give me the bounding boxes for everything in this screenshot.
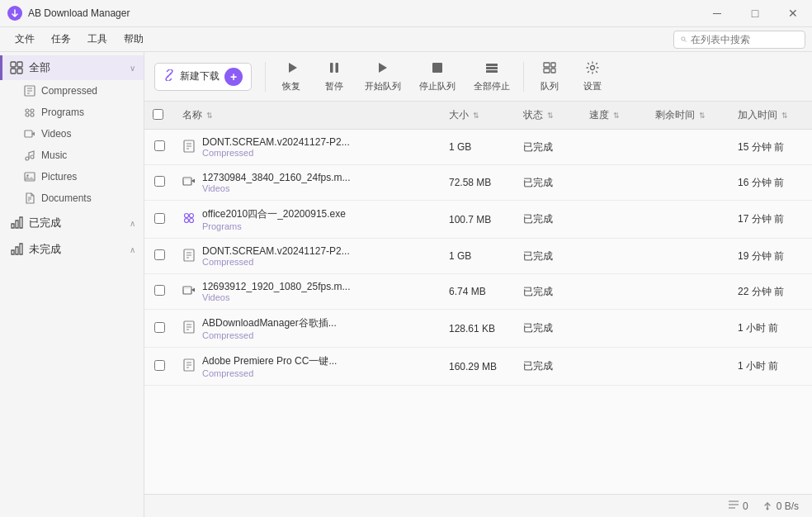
file-name: 12730984_3840_2160_24fps.m... (202, 172, 351, 183)
svg-rect-15 (25, 130, 32, 137)
sidebar-incomplete-label: 未完成 (29, 242, 130, 257)
app-title: AB Download Manager (28, 7, 130, 19)
row-speed (581, 201, 647, 239)
maximize-button[interactable]: □ (736, 0, 774, 27)
sidebar-item-videos[interactable]: Videos (0, 123, 144, 145)
stop-all-label: 全部停止 (474, 80, 510, 92)
menu-task[interactable]: 任务 (43, 29, 79, 50)
search-input[interactable] (691, 34, 798, 45)
header-added[interactable]: 加入时间 ⇅ (729, 102, 812, 130)
select-all-checkbox[interactable] (153, 109, 163, 120)
header-status[interactable]: 状态 ⇅ (515, 102, 581, 130)
sidebar-incomplete-header[interactable]: 未完成 ∧ (0, 237, 144, 262)
start-queue-button[interactable]: 开始队列 (356, 56, 409, 97)
sidebar-videos-label: Videos (41, 128, 71, 140)
app-icon (7, 5, 23, 21)
svg-rect-6 (17, 69, 22, 74)
restore-button[interactable]: 恢复 (271, 56, 312, 97)
link-icon (163, 69, 175, 83)
row-checkbox[interactable] (154, 176, 165, 187)
table-row: DONT.SCREAM.v20241127-P2... Compressed 1… (144, 130, 812, 165)
row-added: 17 分钟 前 (729, 201, 812, 239)
sidebar-all-header[interactable]: 全部 ∨ (0, 55, 144, 80)
file-type-icon (182, 211, 196, 227)
header-remain[interactable]: 剩余时间 ⇅ (647, 102, 729, 130)
file-category: Compressed (202, 257, 350, 267)
file-category: Compressed (202, 330, 337, 340)
header-size[interactable]: 大小 ⇅ (441, 102, 515, 130)
stop-all-button[interactable]: 全部停止 (465, 56, 518, 97)
svg-rect-5 (11, 69, 16, 74)
queue-status: 0 (728, 499, 748, 513)
file-name: 12693912_1920_1080_25fps.m... (202, 281, 351, 292)
row-remain (647, 310, 729, 348)
svg-point-19 (26, 174, 28, 176)
title-bar: AB Download Manager ─ □ ✕ (0, 0, 812, 27)
header-status-label: 状态 (523, 109, 543, 121)
settings-button[interactable]: 设置 (572, 56, 613, 97)
svg-rect-26 (336, 63, 339, 73)
sidebar-completed-arrow: ∧ (130, 219, 135, 228)
file-category: Videos (202, 292, 351, 302)
speed-status: 0 B/s (762, 499, 799, 513)
menu-tools[interactable]: 工具 (79, 29, 116, 50)
file-category: Videos (202, 183, 351, 193)
row-speed (581, 130, 647, 165)
header-name[interactable]: 名称 ⇅ (174, 102, 441, 130)
sidebar-item-compressed[interactable]: Compressed (0, 80, 144, 102)
file-category: Programs (202, 221, 346, 231)
sidebar-item-pictures[interactable]: Pictures (0, 166, 144, 187)
row-checkbox-cell (144, 274, 174, 310)
sidebar-item-music[interactable]: Music (0, 145, 144, 166)
row-status: 已完成 (515, 348, 581, 386)
header-size-label: 大小 (449, 109, 469, 121)
file-type-icon (182, 249, 196, 264)
stop-queue-label: 停止队列 (419, 80, 456, 92)
new-download-button[interactable]: 新建下载 + (154, 63, 252, 91)
menu-help[interactable]: 帮助 (116, 29, 152, 50)
table-header-row: 名称 ⇅ 大小 ⇅ 状态 ⇅ 速度 ⇅ (144, 102, 812, 130)
sidebar-pictures-label: Pictures (41, 171, 77, 183)
videos-icon (23, 127, 36, 140)
sidebar-item-documents[interactable]: Documents (0, 187, 144, 209)
row-checkbox[interactable] (154, 322, 165, 333)
svg-rect-4 (17, 62, 22, 67)
row-checkbox[interactable] (154, 249, 165, 260)
sort-remain-icon: ⇅ (699, 111, 706, 120)
start-queue-label: 开始队列 (365, 80, 401, 92)
row-size: 128.61 KB (441, 310, 515, 348)
svg-line-2 (685, 40, 687, 42)
sidebar-item-programs[interactable]: Programs (0, 102, 144, 123)
svg-rect-31 (486, 70, 498, 73)
sidebar-all-icon (9, 60, 24, 75)
file-name: DONT.SCREAM.v20241127-P2... (202, 136, 350, 148)
svg-rect-29 (486, 64, 498, 66)
minimize-button[interactable]: ─ (698, 0, 736, 27)
sidebar-documents-label: Documents (41, 192, 92, 204)
row-name-cell: ABDownloadManager谷歌插... Compressed (174, 310, 441, 348)
row-checkbox[interactable] (154, 285, 165, 296)
row-status: 已完成 (515, 165, 581, 201)
restore-label: 恢复 (282, 80, 300, 92)
right-panel: 新建下载 + 恢复 (144, 52, 812, 517)
row-status: 已完成 (515, 310, 581, 348)
stop-queue-button[interactable]: 停止队列 (411, 56, 464, 97)
row-checkbox[interactable] (154, 360, 165, 371)
close-button[interactable]: ✕ (774, 0, 812, 27)
sidebar-completed-header[interactable]: 已完成 ∧ (0, 211, 144, 235)
svg-rect-35 (551, 69, 555, 73)
row-checkbox[interactable] (154, 213, 165, 224)
toolbar: 新建下载 + 恢复 (144, 52, 812, 102)
row-checkbox[interactable] (154, 140, 165, 151)
row-remain (647, 130, 729, 165)
menu-file[interactable]: 文件 (7, 29, 43, 50)
queue-button[interactable]: 队列 (529, 56, 570, 97)
header-speed[interactable]: 速度 ⇅ (581, 102, 647, 130)
svg-point-17 (31, 155, 34, 159)
settings-icon (585, 60, 600, 78)
sidebar-incomplete-section: 未完成 ∧ (0, 237, 144, 262)
table-body: DONT.SCREAM.v20241127-P2... Compressed 1… (144, 130, 812, 386)
pause-button[interactable]: 暂停 (314, 56, 355, 97)
header-speed-label: 速度 (589, 109, 609, 121)
row-remain (647, 348, 729, 386)
